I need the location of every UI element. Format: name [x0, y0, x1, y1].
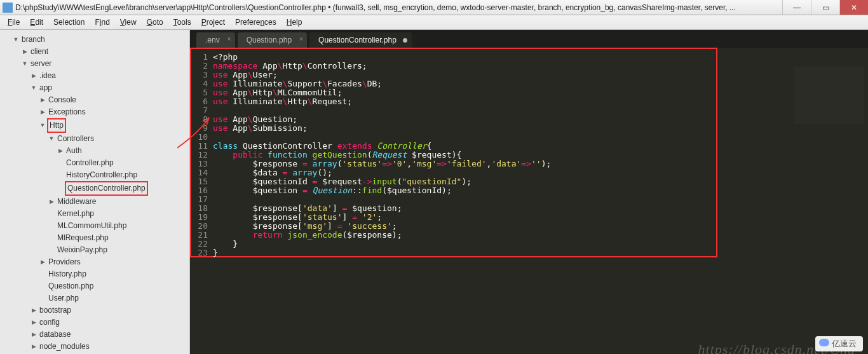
menu-bar: FFileile Edit Selection Find View Goto T…: [0, 15, 868, 30]
app-icon: [3, 3, 13, 13]
close-icon[interactable]: ×: [227, 35, 231, 43]
menu-tools[interactable]: Tools: [168, 15, 196, 29]
chevron-right-icon: ▶: [39, 256, 46, 268]
chevron-right-icon: ▶: [31, 304, 37, 317]
tree-folder-config[interactable]: ▶config: [4, 317, 187, 329]
tree-file-user[interactable]: User.php: [4, 292, 187, 304]
chevron-right-icon: ▶: [39, 106, 46, 118]
tree-file-weixinpay[interactable]: WeixinPay.php: [4, 244, 187, 256]
tree-folder-bootstrap[interactable]: ▶bootstrap: [4, 304, 187, 317]
title-bar: D:\phpStudy\WWW\testEngLevel\branch\serv…: [0, 0, 868, 15]
tab-question[interactable]: Question.php×: [238, 32, 307, 48]
minimize-button[interactable]: —: [782, 0, 811, 15]
tree-file-question[interactable]: Question.php: [4, 280, 187, 292]
tree-folder-controllers[interactable]: ▼Controllers: [4, 133, 187, 145]
tree-folder-database[interactable]: ▶database: [4, 329, 187, 341]
chevron-right-icon: ▶: [31, 70, 37, 82]
tree-folder-auth[interactable]: ▶Auth: [4, 145, 187, 157]
menu-view[interactable]: View: [115, 15, 142, 29]
chevron-right-icon: ▶: [39, 94, 46, 106]
close-button[interactable]: ✕: [839, 0, 868, 15]
maximize-button[interactable]: ▭: [811, 0, 839, 15]
close-icon[interactable]: ×: [299, 35, 303, 43]
tree-folder-idea[interactable]: ▶.idea: [4, 70, 187, 82]
chevron-right-icon: ▶: [31, 341, 37, 353]
menu-preferences[interactable]: Preferences: [230, 15, 281, 29]
tree-folder-providers[interactable]: ▶Providers: [4, 256, 187, 268]
tree-folder-console[interactable]: ▶Console: [4, 94, 187, 106]
tree-folder-branch[interactable]: ▼branch: [4, 34, 187, 46]
menu-edit[interactable]: Edit: [25, 15, 48, 29]
chevron-down-icon: ▼: [31, 82, 37, 94]
chevron-right-icon: ▶: [48, 196, 55, 208]
chevron-down-icon: ▼: [39, 119, 46, 132]
tree-folder-exceptions[interactable]: ▶Exceptions: [4, 106, 187, 118]
chevron-right-icon: ▶: [22, 46, 28, 58]
chevron-down-icon: ▼: [22, 58, 28, 70]
tree-file-history[interactable]: History.php: [4, 268, 187, 280]
brand-badge: 亿速云: [815, 336, 863, 351]
menu-help[interactable]: Help: [281, 15, 308, 29]
tree-folder-app[interactable]: ▼app: [4, 82, 187, 94]
tree-file-controller[interactable]: Controller.php: [4, 157, 187, 169]
tree-folder-server[interactable]: ▼server: [4, 58, 187, 70]
tab-questioncontroller[interactable]: QuestionController.php: [309, 32, 412, 48]
chevron-right-icon: ▶: [31, 317, 37, 329]
tab-bar: .env× Question.php× QuestionController.p…: [190, 30, 868, 48]
tree-folder-middleware[interactable]: ▶Middleware: [4, 196, 187, 208]
file-tree: ▼branch ▶client ▼server ▶.idea ▼app ▶Con…: [0, 30, 189, 354]
tree-file-kernel[interactable]: Kernel.php: [4, 208, 187, 220]
menu-project[interactable]: Project: [196, 15, 230, 29]
code-viewport[interactable]: 1234567891011121314151617181920212223 <?…: [190, 48, 868, 354]
unsaved-dot-icon: [403, 38, 407, 43]
menu-selection[interactable]: Selection: [48, 15, 90, 29]
tree-file-mlcommomutil[interactable]: MLCommomUtil.php: [4, 220, 187, 232]
line-gutter: 1234567891011121314151617181920212223: [194, 53, 208, 257]
menu-goto[interactable]: Goto: [142, 15, 168, 29]
editor-area: .env× Question.php× QuestionController.p…: [190, 30, 868, 354]
chevron-down-icon: ▼: [13, 34, 19, 46]
tree-file-historycontroller[interactable]: HistoryController.php: [4, 169, 187, 181]
menu-file[interactable]: FFileile: [3, 15, 25, 29]
sidebar[interactable]: ▼branch ▶client ▼server ▶.idea ▼app ▶Con…: [0, 30, 190, 354]
tree-file-questioncontroller[interactable]: QuestionController.php: [4, 181, 187, 196]
tree-folder-client[interactable]: ▶client: [4, 46, 187, 58]
tree-folder-http[interactable]: ▼Http: [4, 118, 187, 133]
cloud-icon: [819, 339, 829, 346]
chevron-right-icon: ▶: [57, 145, 64, 157]
tree-file-mlrequest[interactable]: MlRequest.php: [4, 232, 187, 244]
chevron-down-icon: ▼: [48, 133, 55, 145]
window-title: D:\phpStudy\WWW\testEngLevel\branch\serv…: [15, 3, 782, 12]
tab-env[interactable]: .env×: [196, 32, 235, 48]
code-content[interactable]: <?php namespace App\Http\Controllers; us…: [190, 48, 868, 262]
menu-find[interactable]: Find: [90, 15, 114, 29]
chevron-right-icon: ▶: [31, 329, 37, 341]
tree-folder-node-modules[interactable]: ▶node_modules: [4, 341, 187, 353]
